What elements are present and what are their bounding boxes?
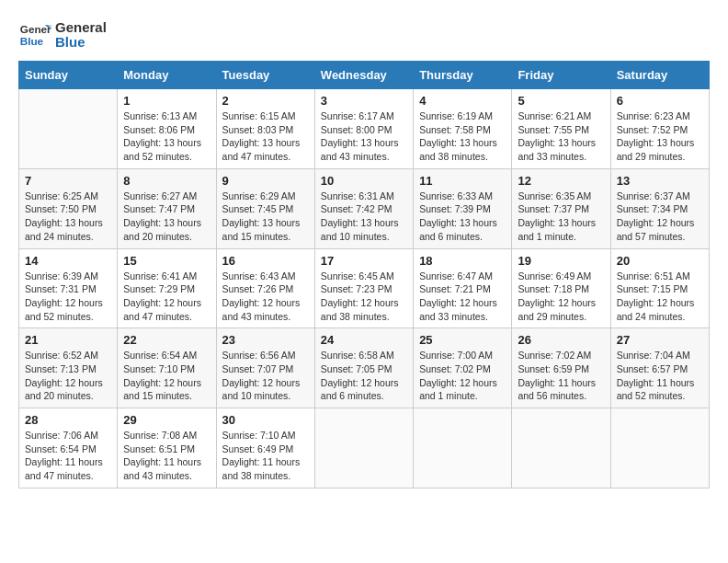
calendar-cell: 14Sunrise: 6:39 AMSunset: 7:31 PMDayligh… bbox=[19, 248, 118, 328]
calendar-cell: 27Sunrise: 7:04 AMSunset: 6:57 PMDayligh… bbox=[610, 328, 709, 408]
day-info: Sunrise: 6:29 AMSunset: 7:45 PMDaylight:… bbox=[222, 190, 309, 244]
day-number: 7 bbox=[25, 174, 111, 188]
day-info: Sunrise: 6:13 AMSunset: 8:06 PMDaylight:… bbox=[123, 109, 210, 164]
day-info: Sunrise: 6:31 AMSunset: 7:42 PMDaylight:… bbox=[321, 190, 407, 244]
calendar-cell: 2Sunrise: 6:15 AMSunset: 8:03 PMDaylight… bbox=[216, 89, 314, 169]
day-number: 28 bbox=[25, 413, 111, 427]
calendar-cell: 8Sunrise: 6:27 AMSunset: 7:47 PMDaylight… bbox=[118, 168, 216, 248]
calendar-cell: 26Sunrise: 7:02 AMSunset: 6:59 PMDayligh… bbox=[512, 328, 610, 408]
day-number: 20 bbox=[617, 254, 703, 268]
day-info: Sunrise: 6:49 AMSunset: 7:18 PMDaylight:… bbox=[518, 270, 604, 324]
day-number: 4 bbox=[419, 94, 506, 108]
day-number: 1 bbox=[123, 94, 210, 108]
day-info: Sunrise: 6:23 AMSunset: 7:52 PMDaylight:… bbox=[617, 109, 703, 164]
day-number: 6 bbox=[617, 94, 703, 108]
calendar-cell: 18Sunrise: 6:47 AMSunset: 7:21 PMDayligh… bbox=[414, 248, 512, 328]
svg-text:General: General bbox=[20, 23, 51, 35]
day-info: Sunrise: 6:54 AMSunset: 7:10 PMDaylight:… bbox=[123, 349, 210, 403]
day-number: 13 bbox=[617, 174, 703, 188]
calendar-body: 1Sunrise: 6:13 AMSunset: 8:06 PMDaylight… bbox=[19, 89, 710, 488]
weekday-header-saturday: Saturday bbox=[610, 62, 709, 89]
calendar-cell: 16Sunrise: 6:43 AMSunset: 7:26 PMDayligh… bbox=[216, 248, 314, 328]
page-header: General Blue General Blue bbox=[18, 18, 710, 52]
calendar-cell: 9Sunrise: 6:29 AMSunset: 7:45 PMDaylight… bbox=[216, 168, 314, 248]
day-info: Sunrise: 6:51 AMSunset: 7:15 PMDaylight:… bbox=[617, 270, 703, 324]
calendar-cell bbox=[314, 408, 413, 488]
calendar-cell bbox=[610, 408, 709, 488]
calendar-cell: 21Sunrise: 6:52 AMSunset: 7:13 PMDayligh… bbox=[19, 328, 118, 408]
calendar-cell: 4Sunrise: 6:19 AMSunset: 7:58 PMDaylight… bbox=[414, 89, 512, 169]
day-number: 17 bbox=[321, 254, 407, 268]
day-info: Sunrise: 7:00 AMSunset: 7:02 PMDaylight:… bbox=[419, 349, 506, 403]
day-info: Sunrise: 6:41 AMSunset: 7:29 PMDaylight:… bbox=[123, 270, 210, 324]
day-info: Sunrise: 6:45 AMSunset: 7:23 PMDaylight:… bbox=[321, 270, 407, 324]
calendar-week-5: 28Sunrise: 7:06 AMSunset: 6:54 PMDayligh… bbox=[19, 408, 710, 488]
day-number: 2 bbox=[222, 94, 309, 108]
day-info: Sunrise: 6:15 AMSunset: 8:03 PMDaylight:… bbox=[222, 109, 309, 164]
day-info: Sunrise: 6:56 AMSunset: 7:07 PMDaylight:… bbox=[222, 349, 309, 403]
day-number: 8 bbox=[123, 174, 210, 188]
day-number: 22 bbox=[123, 333, 210, 347]
day-info: Sunrise: 7:04 AMSunset: 6:57 PMDaylight:… bbox=[617, 349, 703, 403]
day-info: Sunrise: 6:39 AMSunset: 7:31 PMDaylight:… bbox=[25, 270, 111, 324]
calendar-header: SundayMondayTuesdayWednesdayThursdayFrid… bbox=[19, 62, 710, 89]
day-number: 27 bbox=[617, 333, 703, 347]
day-number: 9 bbox=[222, 174, 309, 188]
day-info: Sunrise: 6:33 AMSunset: 7:39 PMDaylight:… bbox=[419, 190, 506, 244]
calendar-cell: 17Sunrise: 6:45 AMSunset: 7:23 PMDayligh… bbox=[314, 248, 413, 328]
day-info: Sunrise: 6:25 AMSunset: 7:50 PMDaylight:… bbox=[25, 190, 111, 244]
weekday-header-thursday: Thursday bbox=[414, 62, 512, 89]
day-info: Sunrise: 7:10 AMSunset: 6:49 PMDaylight:… bbox=[222, 429, 309, 483]
calendar-cell: 30Sunrise: 7:10 AMSunset: 6:49 PMDayligh… bbox=[216, 408, 314, 488]
day-number: 10 bbox=[321, 174, 407, 188]
day-number: 29 bbox=[123, 413, 210, 427]
day-number: 18 bbox=[419, 254, 506, 268]
day-number: 11 bbox=[419, 174, 506, 188]
day-number: 25 bbox=[419, 333, 506, 347]
calendar-week-3: 14Sunrise: 6:39 AMSunset: 7:31 PMDayligh… bbox=[19, 248, 710, 328]
day-number: 12 bbox=[518, 174, 604, 188]
day-info: Sunrise: 6:27 AMSunset: 7:47 PMDaylight:… bbox=[123, 190, 210, 244]
day-info: Sunrise: 6:47 AMSunset: 7:21 PMDaylight:… bbox=[419, 270, 506, 324]
day-number: 21 bbox=[25, 333, 111, 347]
day-info: Sunrise: 6:37 AMSunset: 7:34 PMDaylight:… bbox=[617, 190, 703, 244]
weekday-header-sunday: Sunday bbox=[19, 62, 118, 89]
calendar-cell: 5Sunrise: 6:21 AMSunset: 7:55 PMDaylight… bbox=[512, 89, 610, 169]
logo: General Blue General Blue bbox=[18, 18, 107, 52]
day-number: 30 bbox=[222, 413, 309, 427]
logo-icon: General Blue bbox=[18, 18, 51, 52]
calendar-cell: 10Sunrise: 6:31 AMSunset: 7:42 PMDayligh… bbox=[314, 168, 413, 248]
day-number: 15 bbox=[123, 254, 210, 268]
day-number: 5 bbox=[518, 94, 604, 108]
day-number: 24 bbox=[321, 333, 407, 347]
day-number: 26 bbox=[518, 333, 604, 347]
weekday-row: SundayMondayTuesdayWednesdayThursdayFrid… bbox=[19, 62, 710, 89]
svg-text:Blue: Blue bbox=[20, 35, 44, 47]
weekday-header-friday: Friday bbox=[512, 62, 610, 89]
day-info: Sunrise: 7:08 AMSunset: 6:51 PMDaylight:… bbox=[123, 429, 210, 483]
weekday-header-monday: Monday bbox=[118, 62, 216, 89]
day-number: 14 bbox=[25, 254, 111, 268]
calendar-cell: 24Sunrise: 6:58 AMSunset: 7:05 PMDayligh… bbox=[314, 328, 413, 408]
day-info: Sunrise: 7:02 AMSunset: 6:59 PMDaylight:… bbox=[518, 349, 604, 403]
calendar-cell: 25Sunrise: 7:00 AMSunset: 7:02 PMDayligh… bbox=[414, 328, 512, 408]
weekday-header-wednesday: Wednesday bbox=[314, 62, 413, 89]
calendar-cell: 15Sunrise: 6:41 AMSunset: 7:29 PMDayligh… bbox=[118, 248, 216, 328]
calendar-week-2: 7Sunrise: 6:25 AMSunset: 7:50 PMDaylight… bbox=[19, 168, 710, 248]
day-info: Sunrise: 6:17 AMSunset: 8:00 PMDaylight:… bbox=[321, 109, 407, 164]
calendar-cell: 22Sunrise: 6:54 AMSunset: 7:10 PMDayligh… bbox=[118, 328, 216, 408]
calendar-cell: 1Sunrise: 6:13 AMSunset: 8:06 PMDaylight… bbox=[118, 89, 216, 169]
logo-general: General bbox=[55, 20, 107, 36]
weekday-header-tuesday: Tuesday bbox=[216, 62, 314, 89]
day-info: Sunrise: 7:06 AMSunset: 6:54 PMDaylight:… bbox=[25, 429, 111, 483]
calendar-cell: 23Sunrise: 6:56 AMSunset: 7:07 PMDayligh… bbox=[216, 328, 314, 408]
day-info: Sunrise: 6:58 AMSunset: 7:05 PMDaylight:… bbox=[321, 349, 407, 403]
day-number: 16 bbox=[222, 254, 309, 268]
calendar-cell: 11Sunrise: 6:33 AMSunset: 7:39 PMDayligh… bbox=[414, 168, 512, 248]
calendar-cell: 7Sunrise: 6:25 AMSunset: 7:50 PMDaylight… bbox=[19, 168, 118, 248]
calendar-cell: 12Sunrise: 6:35 AMSunset: 7:37 PMDayligh… bbox=[512, 168, 610, 248]
calendar-cell: 29Sunrise: 7:08 AMSunset: 6:51 PMDayligh… bbox=[118, 408, 216, 488]
day-info: Sunrise: 6:21 AMSunset: 7:55 PMDaylight:… bbox=[518, 109, 604, 164]
day-number: 3 bbox=[321, 94, 407, 108]
calendar-cell: 28Sunrise: 7:06 AMSunset: 6:54 PMDayligh… bbox=[19, 408, 118, 488]
